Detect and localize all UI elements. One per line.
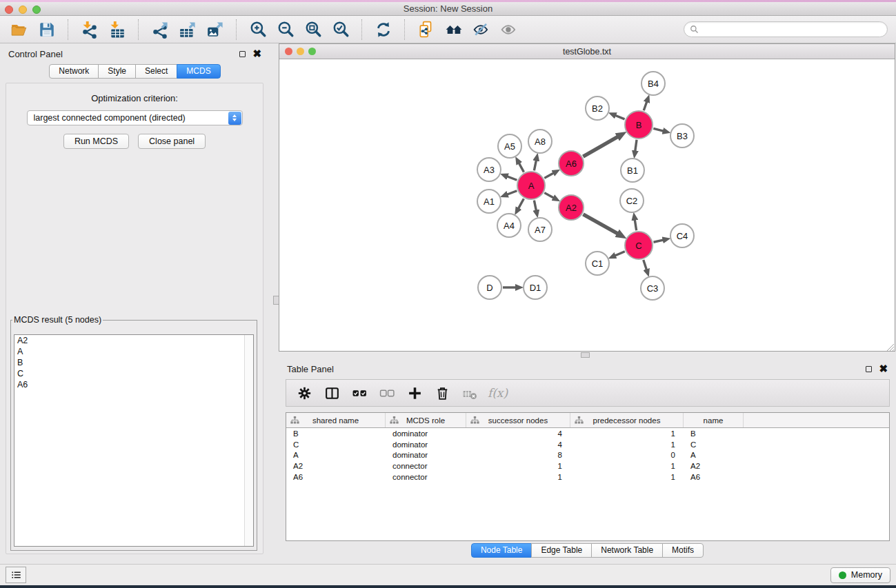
- table-row[interactable]: A2connector11A2: [286, 460, 889, 472]
- horizontal-split-handle[interactable]: [581, 352, 590, 358]
- toolbar-separator: [68, 19, 68, 40]
- float-table-panel-icon[interactable]: [866, 366, 872, 372]
- mcds-result-item[interactable]: B: [14, 357, 253, 368]
- table-row[interactable]: Adominator80A: [286, 450, 889, 461]
- network-canvas[interactable]: B4B2BB3A5A8A6A3B1AA1C2A2A4A7C4CC1C3DD1: [279, 60, 895, 351]
- mcds-result-item[interactable]: A: [14, 346, 253, 357]
- double-home-button[interactable]: [441, 19, 466, 41]
- settings-gear-button[interactable]: [292, 381, 317, 405]
- control-panel: Control Panel ✖ NetworkStyleSelectMCDS O…: [0, 43, 270, 564]
- column-label: MCDS role: [406, 416, 445, 425]
- save-session-button[interactable]: [34, 19, 59, 41]
- open-session-icon: [10, 21, 28, 39]
- function-builder-button[interactable]: f(x): [485, 381, 510, 405]
- save-session-icon: [38, 21, 56, 39]
- column-header-shared-name[interactable]: shared name: [286, 413, 386, 427]
- run-mcds-button[interactable]: Run MCDS: [63, 134, 129, 149]
- edge-A6-B[interactable]: [583, 136, 618, 156]
- resize-grip-icon[interactable]: [885, 341, 894, 350]
- delete-table-button[interactable]: [457, 381, 483, 405]
- clone-network-button[interactable]: [414, 19, 438, 41]
- task-history-button[interactable]: [6, 567, 26, 583]
- deselect-all-button[interactable]: [375, 381, 400, 405]
- node-label-C: C: [635, 241, 641, 251]
- cell: connector: [386, 473, 466, 481]
- zoom-in-button[interactable]: [246, 19, 270, 41]
- edge-B-B3[interactable]: [653, 128, 664, 131]
- tab-network-table[interactable]: Network Table: [591, 543, 663, 558]
- column-label: name: [704, 416, 724, 425]
- table-row[interactable]: A6connector11A6: [286, 472, 889, 483]
- table-row[interactable]: Cdominator41C: [286, 439, 889, 450]
- zoom-selected-button[interactable]: [328, 19, 352, 41]
- edge-C-C4[interactable]: [653, 240, 664, 242]
- result-scrollbar[interactable]: [244, 335, 253, 546]
- column-header-successor-nodes[interactable]: successor nodes: [466, 413, 570, 427]
- edge-C-C3[interactable]: [644, 260, 647, 270]
- zoom-out-button[interactable]: [273, 19, 297, 41]
- export-network-button[interactable]: [148, 19, 172, 41]
- edge-A2-C[interactable]: [583, 214, 618, 234]
- column-header-predecessor-nodes[interactable]: predecessor nodes: [570, 413, 684, 427]
- tab-edge-table[interactable]: Edge Table: [531, 543, 592, 558]
- network-window: testGlobe.txt B4B2BB3A5A8A6A3B1AA1C2A2A4…: [279, 43, 895, 352]
- export-image-button[interactable]: [203, 19, 227, 41]
- edge-C-C2[interactable]: [635, 219, 637, 231]
- zoom-fit-button[interactable]: [301, 19, 325, 41]
- tab-node-table[interactable]: Node Table: [471, 543, 532, 558]
- show-details-button[interactable]: [497, 19, 521, 41]
- zoom-selected-icon: [332, 21, 350, 39]
- tab-motifs[interactable]: Motifs: [662, 543, 704, 558]
- edge-A-A6[interactable]: [544, 173, 554, 179]
- table-row[interactable]: Bdominator41B: [286, 428, 889, 439]
- tab-style[interactable]: Style: [98, 64, 136, 79]
- refresh-network-button[interactable]: [371, 19, 395, 41]
- edge-A-A7[interactable]: [534, 201, 536, 212]
- close-table-panel-icon[interactable]: ✖: [879, 365, 888, 372]
- optimization-criterion-select[interactable]: largest connected component (directed): [27, 110, 243, 125]
- close-panel-button[interactable]: Close panel: [138, 134, 206, 149]
- import-table-button[interactable]: [105, 19, 129, 41]
- float-panel-icon[interactable]: [239, 51, 246, 57]
- node-label-A5: A5: [504, 141, 515, 152]
- tab-network[interactable]: Network: [49, 64, 99, 79]
- edge-A-A4[interactable]: [518, 199, 524, 209]
- edge-C-C1[interactable]: [615, 252, 625, 256]
- edge-A-A3[interactable]: [506, 176, 517, 181]
- close-panel-icon[interactable]: ✖: [252, 50, 261, 57]
- column-label: predecessor nodes: [593, 416, 661, 425]
- edge-A-A8[interactable]: [534, 159, 536, 170]
- edge-A-A5[interactable]: [519, 163, 524, 172]
- cell: dominator: [386, 429, 466, 438]
- export-table-button[interactable]: [175, 19, 199, 41]
- column-header-name[interactable]: name: [684, 413, 744, 427]
- table-header-row: shared nameMCDS rolesuccessor nodesprede…: [286, 413, 889, 428]
- delete-column-button[interactable]: [430, 381, 455, 405]
- node-label-B1: B1: [627, 165, 638, 176]
- edge-A-A1[interactable]: [506, 191, 517, 195]
- edge-A-A2[interactable]: [544, 193, 554, 199]
- cell: B: [684, 429, 744, 438]
- edge-B-B1[interactable]: [635, 140, 637, 152]
- search-input[interactable]: [702, 24, 882, 35]
- delete-column-icon: [435, 385, 450, 401]
- open-session-button[interactable]: [7, 19, 31, 41]
- cell: A2: [286, 462, 386, 470]
- memory-button[interactable]: Memory: [830, 567, 890, 583]
- tab-select[interactable]: Select: [135, 64, 177, 79]
- import-network-button[interactable]: [77, 19, 101, 41]
- tab-mcds[interactable]: MCDS: [177, 64, 220, 79]
- mcds-result-item[interactable]: A6: [14, 379, 253, 390]
- column-header-MCDS-role[interactable]: MCDS role: [386, 413, 466, 427]
- edge-B-B4[interactable]: [644, 101, 647, 110]
- mcds-result-item[interactable]: A2: [14, 335, 253, 346]
- node-label-A4: A4: [504, 221, 515, 231]
- column-layout-button[interactable]: [319, 381, 345, 405]
- node-label-A6: A6: [566, 159, 577, 169]
- settings-gear-icon: [297, 385, 312, 401]
- select-all-button[interactable]: [347, 381, 372, 405]
- mcds-result-item[interactable]: C: [14, 368, 253, 379]
- hide-details-button[interactable]: [469, 19, 493, 41]
- add-column-button[interactable]: [402, 381, 428, 405]
- edge-B-B2[interactable]: [615, 115, 625, 119]
